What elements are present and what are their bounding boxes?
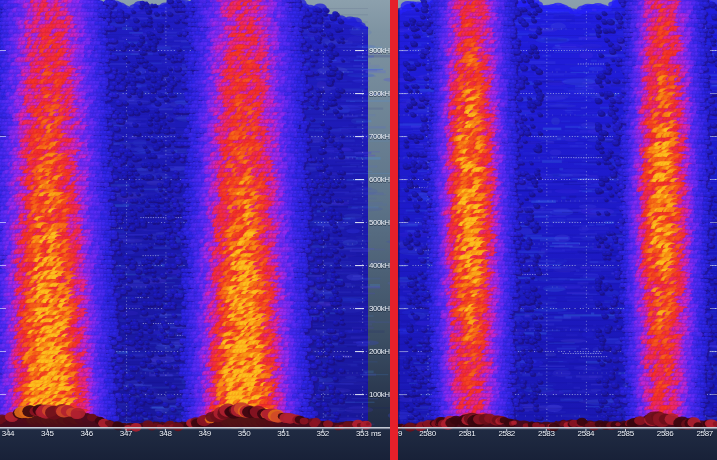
right-waterfall-panel[interactable] <box>398 0 717 427</box>
spectrogram-view: 900kHz800kHz700kHz600kHz500kHz400kHz300k… <box>0 0 717 460</box>
left-waterfall-panel[interactable] <box>0 0 368 427</box>
segment-divider-cursor[interactable] <box>390 0 398 460</box>
